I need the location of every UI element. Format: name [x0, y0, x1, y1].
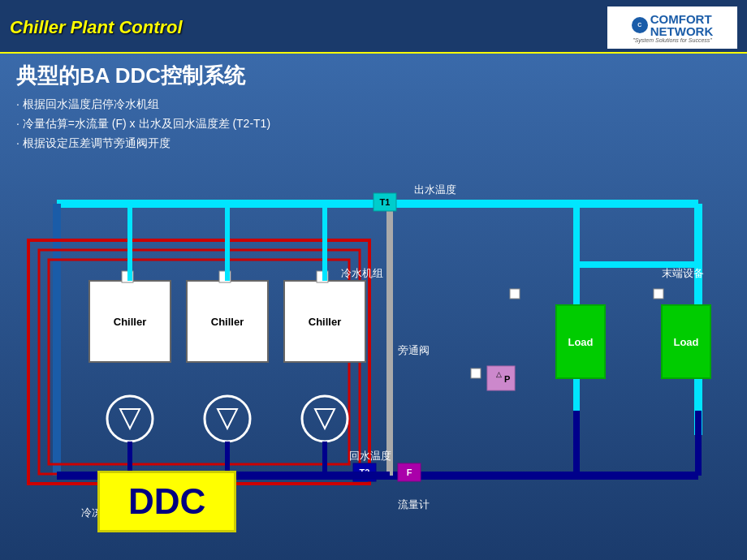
- logo-area: C COMFORT NETWORK "System Solutions for …: [607, 6, 737, 49]
- svg-text:流量计: 流量计: [398, 498, 430, 510]
- svg-marker-29: [315, 409, 335, 429]
- svg-text:回水温度: 回水温度: [349, 450, 391, 462]
- svg-marker-27: [218, 409, 237, 429]
- info-bullets: · 根据回水温度启停冷水机组 · 冷量估算=水流量 (F) x 出水及回水温度差…: [16, 95, 270, 153]
- svg-text:旁通阀: 旁通阀: [398, 344, 430, 356]
- bullet-3: · 根据设定压差调节旁通阀开度: [16, 134, 270, 153]
- info-title: 典型的BA DDC控制系统: [16, 62, 270, 90]
- bullet-1: · 根据回水温度启停冷水机组: [16, 95, 270, 114]
- svg-rect-34: [510, 289, 520, 299]
- svg-text:出水温度: 出水温度: [414, 183, 456, 196]
- svg-text:Chiller: Chiller: [309, 316, 341, 328]
- ddc-box: DDC: [97, 471, 236, 532]
- info-block: 典型的BA DDC控制系统 · 根据回水温度启停冷水机组 · 冷量估算=水流量 …: [16, 62, 270, 153]
- svg-text:Chiller: Chiller: [211, 316, 244, 328]
- svg-text:冷水机组: 冷水机组: [341, 267, 383, 279]
- svg-text:Load: Load: [673, 336, 698, 348]
- svg-point-26: [205, 396, 250, 442]
- svg-text:T1: T1: [380, 197, 391, 207]
- svg-marker-25: [120, 409, 140, 429]
- header: Chiller Plant Control C COMFORT NETWORK …: [0, 0, 747, 54]
- svg-rect-35: [654, 289, 663, 299]
- svg-point-28: [302, 396, 348, 442]
- main-content: 典型的BA DDC控制系统 · 根据回水温度启停冷水机组 · 冷量估算=水流量 …: [0, 54, 747, 560]
- page-title: Chiller Plant Control: [10, 17, 183, 38]
- ddc-label: DDC: [128, 481, 205, 522]
- bullet-2: · 冷量估算=水流量 (F) x 出水及回水温度差 (T2-T1): [16, 114, 270, 134]
- svg-point-24: [107, 396, 153, 442]
- svg-text:P: P: [504, 374, 510, 384]
- svg-text:末端设备: 末端设备: [662, 267, 704, 279]
- diagram: Chiller Chiller Chiller Load Load: [16, 159, 731, 541]
- svg-text:Load: Load: [568, 336, 593, 348]
- logo-tagline: "System Solutions for Success": [633, 37, 712, 43]
- svg-text:△: △: [496, 370, 502, 378]
- svg-text:Chiller: Chiller: [114, 316, 146, 328]
- svg-text:F: F: [407, 467, 412, 477]
- svg-rect-45: [471, 368, 481, 378]
